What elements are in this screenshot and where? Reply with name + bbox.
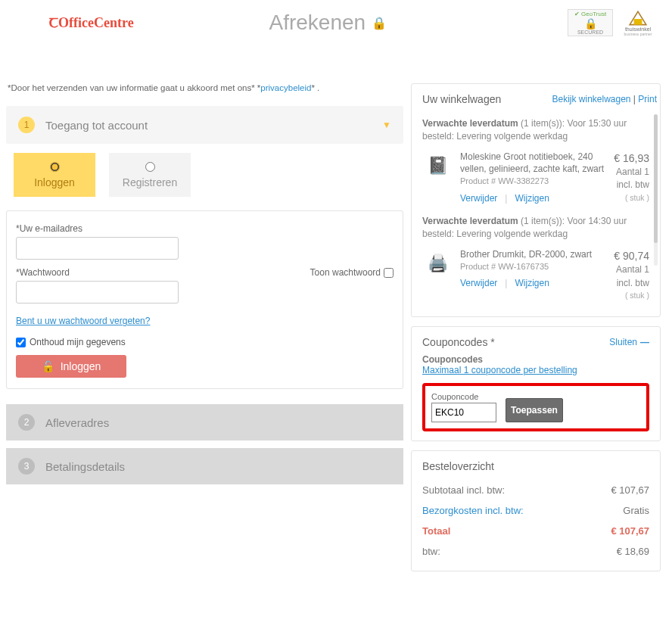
product-number: Product # WW-1676735	[460, 261, 606, 272]
total-label: Totaal	[422, 525, 450, 537]
step-1-header[interactable]: 1 Toegang tot account ▼	[6, 106, 403, 144]
apply-coupon-button[interactable]: Toepassen	[506, 398, 563, 422]
scrollbar[interactable]	[654, 114, 658, 266]
item-price: € 16,93	[614, 151, 649, 166]
tab-login-radio[interactable]	[50, 162, 60, 172]
product-name: Moleskine Groot notitieboek, 240 vellen,…	[460, 151, 606, 176]
coupon-field-label: Couponcode	[431, 392, 496, 401]
summary-panel: Besteloverzicht Subtotaal incl. btw: € 1…	[411, 450, 661, 571]
thuiswinkel-badge: thuiswinkel business partner	[619, 9, 657, 36]
item-vat: incl. btw	[614, 277, 649, 290]
step-number: 2	[18, 414, 35, 431]
login-button[interactable]: 🔓 Inloggen	[16, 355, 126, 378]
total-value: € 107,67	[611, 525, 649, 537]
delivery-note: Verwachte leverdatum (1 item(s)): Voor 1…	[422, 117, 649, 143]
coupon-panel: Couponcodes * Sluiten — Couponcodes Maxi…	[411, 326, 661, 441]
product-thumb: 📓	[422, 151, 453, 181]
coupon-highlight-box: Couponcode Toepassen	[422, 383, 649, 431]
remember-checkbox[interactable]	[16, 338, 26, 347]
item-qty: Aantal 1	[614, 166, 649, 179]
password-field[interactable]	[16, 281, 179, 304]
login-form: *Uw e-mailadres *Wachtwoord Toon wachtwo…	[6, 210, 403, 389]
coupon-info-link[interactable]: Maximaal 1 couponcode per bestelling	[422, 365, 649, 375]
forgot-password-link[interactable]: Bent u uw wachtwoord vergeten?	[16, 316, 150, 326]
step-number: 3	[18, 458, 35, 475]
print-link[interactable]: Print	[638, 94, 657, 104]
step-number: 1	[18, 117, 35, 133]
product-number: Product # WW-3382273	[460, 176, 606, 187]
coupon-sublabel: Couponcodes	[422, 354, 483, 365]
item-price: € 90,74	[614, 248, 649, 263]
item-unit: ( stuk )	[614, 192, 649, 204]
vat-label: btw:	[422, 546, 440, 557]
product-name: Brother Drumkit, DR-2000, zwart	[460, 248, 606, 261]
cart-item: 🖨️ Brother Drumkit, DR-2000, zwart Produ…	[422, 244, 649, 307]
lock-icon: 🔒	[372, 16, 387, 30]
edit-link[interactable]: Wijzigen	[515, 193, 549, 204]
view-cart-link[interactable]: Bekijk winkelwagen	[552, 94, 630, 104]
tab-register-radio[interactable]	[145, 162, 155, 172]
privacy-link[interactable]: privacybeleid	[260, 83, 311, 92]
tab-login[interactable]: Inloggen	[14, 153, 95, 197]
cart-panel: Uw winkelwagen Bekijk winkelwagen | Prin…	[411, 83, 661, 317]
consent-text: *Door het verzenden van uw informatie ga…	[6, 83, 403, 92]
email-field[interactable]	[16, 237, 179, 260]
geotrust-badge: ✔ GeoTrust 🔒 SECURED	[568, 9, 613, 36]
coupon-title: Couponcodes *	[422, 336, 495, 348]
delivery-note: Verwachte leverdatum (1 item(s)): Voor 1…	[422, 215, 649, 241]
coupon-input[interactable]	[431, 403, 496, 422]
page-title: Afrekenen 🔒	[269, 11, 387, 35]
chevron-down-icon: ▼	[382, 120, 391, 130]
remove-link[interactable]: Verwijder	[460, 193, 497, 204]
show-password-checkbox[interactable]	[384, 268, 394, 278]
shipping-value: Gratis	[623, 505, 649, 516]
lock-open-icon: 🔓	[42, 360, 54, 372]
step-3-header[interactable]: 3 Betalingsdetails	[6, 448, 403, 484]
step-2-header[interactable]: 2 Afleveradres	[6, 404, 403, 441]
subtotal-label: Subtotaal incl. btw:	[422, 484, 505, 496]
remember-label: Onthoud mijn gegevens	[30, 337, 126, 347]
step-label: Toegang tot account	[45, 119, 148, 132]
shipping-label[interactable]: Bezorgkosten incl. btw:	[422, 505, 524, 516]
tab-register[interactable]: Registreren	[109, 153, 191, 197]
coupon-close[interactable]: Sluiten —	[609, 337, 649, 347]
step-label: Afleveradres	[45, 416, 109, 429]
summary-title: Besteloverzicht	[422, 460, 649, 472]
edit-link[interactable]: Wijzigen	[515, 278, 549, 288]
subtotal-value: € 107,67	[611, 484, 649, 496]
item-unit: ( stuk )	[614, 290, 649, 301]
cart-item: 📓 Moleskine Groot notitieboek, 240 velle…	[422, 146, 649, 211]
item-qty: Aantal 1	[614, 263, 649, 276]
remove-link[interactable]: Verwijder	[460, 278, 497, 288]
item-vat: incl. btw	[614, 179, 649, 191]
email-label: *Uw e-mailadres	[16, 223, 82, 234]
product-thumb: 🖨️	[422, 248, 453, 279]
svg-rect-1	[634, 19, 642, 25]
cart-title: Uw winkelwagen	[422, 93, 501, 105]
vat-value: € 18,69	[617, 546, 649, 557]
step-label: Betalingsdetails	[45, 460, 125, 473]
show-password-label: Toon wachtwoord	[310, 267, 381, 278]
password-label: *Wachtwoord	[16, 267, 70, 278]
